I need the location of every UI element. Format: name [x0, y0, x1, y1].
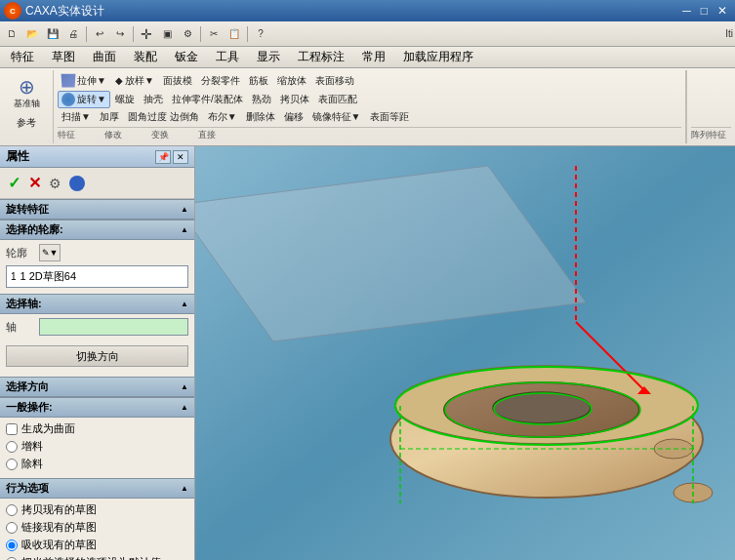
title-bar-left: C CAXA实体设计 [4, 2, 104, 20]
copy-sketch-radio[interactable] [6, 504, 18, 516]
open-file-btn[interactable]: 📂 [22, 24, 42, 44]
undo-btn[interactable]: ↩ [90, 24, 109, 44]
add-material-radio[interactable] [6, 441, 18, 453]
new-file-btn[interactable]: 🗋 [2, 24, 21, 44]
behavior-header[interactable]: 行为选项 ▲ [0, 478, 194, 499]
surface-move-btn[interactable]: 表面移动 [311, 72, 358, 90]
menu-common[interactable]: 常用 [353, 47, 394, 67]
copy-btn[interactable]: 📋 [225, 24, 244, 44]
cut-btn[interactable]: ✂ [204, 24, 224, 44]
settings-btn[interactable]: ⚙ [178, 24, 197, 44]
add-material-row: 增料 [6, 439, 188, 454]
direction-header[interactable]: 选择方向 ▲ [0, 377, 194, 397]
menu-feature[interactable]: 特征 [2, 47, 43, 67]
loft-btn[interactable]: ◆ 放样▼ [111, 72, 158, 90]
split-btn[interactable]: 分裂零件 [197, 72, 244, 90]
menu-assembly[interactable]: 装配 [125, 47, 166, 67]
general-ops-header[interactable]: 一般操作: ▲ [0, 397, 194, 418]
rib-btn[interactable]: 筋板 [245, 72, 272, 90]
soften-label: 熟劲 [252, 94, 271, 105]
menu-engineering[interactable]: 工程标注 [289, 47, 353, 67]
close-btn[interactable]: ✕ [714, 4, 731, 18]
copy-body-label: 拷贝体 [280, 94, 309, 105]
panel-action-bar: ✓ ✕ ⚙ [0, 168, 194, 199]
offset-btn[interactable]: 偏移 [280, 109, 307, 125]
surface-match-btn[interactable]: 表面匹配 [314, 91, 361, 108]
cancel-btn[interactable]: ✕ [26, 172, 43, 194]
menu-surface[interactable]: 曲面 [84, 47, 125, 67]
menu-display[interactable]: 显示 [248, 47, 289, 67]
select-btn[interactable]: ✛ [137, 24, 156, 44]
menu-sketch[interactable]: 草图 [43, 47, 84, 67]
surface-checkbox[interactable] [6, 423, 18, 435]
panel-close-btn[interactable]: ✕ [173, 150, 188, 164]
absorb-sketch-row: 吸收现有的草图 [6, 538, 188, 552]
axis-header[interactable]: 选择轴: ▲ [0, 294, 194, 314]
thicken-btn[interactable]: 加厚 [96, 109, 123, 125]
menu-addons[interactable]: 加载应用程序 [394, 47, 482, 67]
revolve-btn[interactable]: 旋转▼ [58, 91, 110, 108]
sweep-label: 扫描▼ [61, 111, 91, 123]
stretch-btn[interactable]: 拉伸零件/装配体 [168, 91, 247, 108]
profile-header[interactable]: 选择的轮廓: ▲ [0, 220, 194, 240]
remove-material-radio[interactable] [6, 459, 18, 470]
boolean-btn[interactable]: 布尔▼ [204, 109, 241, 125]
extrude-btn[interactable]: 拉伸▼ [58, 72, 110, 90]
fillet-btn[interactable]: 圆角过度 边倒角 [124, 109, 203, 125]
axis-horizontal-red [576, 322, 644, 390]
gear-btn[interactable]: ⚙ [47, 174, 63, 193]
title-bar-controls[interactable]: ─ □ ✕ [678, 4, 731, 18]
profile-dropdown-btn[interactable]: ✎▼ [39, 244, 61, 261]
array-feature-group: 阵列特征 [686, 70, 735, 143]
base-axis-btn[interactable]: ⊕ 基准轴 [4, 72, 49, 112]
minimize-btn[interactable]: ─ [678, 4, 695, 18]
maximize-btn[interactable]: □ [697, 4, 712, 18]
menu-sheetmetal[interactable]: 钣金 [166, 47, 207, 67]
link-sketch-row: 链接现有的草图 [6, 520, 188, 535]
menu-tools[interactable]: 工具 [207, 47, 248, 67]
delete-body-btn[interactable]: 删除体 [242, 109, 279, 125]
sweep-btn[interactable]: 扫描▼ [58, 109, 95, 125]
default-setting-radio[interactable] [6, 557, 18, 561]
transform-group-label: 变换 [151, 129, 169, 141]
confirm-btn[interactable]: ✓ [6, 172, 22, 194]
extrude-icon [61, 74, 76, 88]
box-select-btn[interactable]: ▣ [157, 24, 177, 44]
copy-body-btn[interactable]: 拷贝体 [276, 91, 313, 108]
viewport[interactable] [195, 146, 735, 560]
help-btn[interactable]: ? [251, 24, 270, 44]
soften-btn[interactable]: 熟劲 [248, 91, 275, 108]
shell-btn[interactable]: 抽壳 [140, 91, 167, 108]
innermost-ellipse [493, 392, 591, 423]
ribbon-toolbar: ⊕ 基准轴 参考 拉伸▼ ◆ 放样▼ 面拔模 [0, 68, 735, 146]
add-material-label: 增料 [21, 439, 43, 454]
scale-part-btn[interactable]: 缩放体 [273, 72, 310, 90]
green-outline-outer [395, 367, 698, 445]
app-logo: C [4, 2, 21, 20]
fillet-label: 圆角过度 边倒角 [128, 111, 199, 123]
axis-input[interactable] [39, 318, 188, 336]
print-btn[interactable]: 🖨 [63, 24, 83, 44]
link-sketch-radio[interactable] [6, 522, 18, 534]
mirror-label: 镜像特征▼ [312, 111, 361, 123]
redo-btn[interactable]: ↪ [110, 24, 130, 44]
profile-field-row: 轮廓 ✎▼ [6, 244, 188, 261]
revolve-feature-header[interactable]: 旋转特征 ▲ [0, 199, 194, 220]
profile-input-group: ✎▼ [39, 244, 188, 261]
surface-offset-btn[interactable]: 表面等距 [366, 109, 413, 125]
helix-btn[interactable]: 螺旋 [111, 91, 139, 108]
reference-btn[interactable]: 参考 [4, 114, 49, 132]
switch-direction-btn[interactable]: 切换方向 [6, 345, 188, 367]
direction-arrow: ▲ [181, 382, 188, 391]
save-btn[interactable]: 💾 [43, 24, 62, 44]
draft-btn[interactable]: 面拔模 [159, 72, 196, 90]
absorb-sketch-radio[interactable] [6, 540, 18, 551]
axis-content: 轴 切换方向 [0, 314, 194, 377]
absorb-sketch-label: 吸收现有的草图 [21, 538, 97, 552]
revolve-arrow: ▲ [181, 205, 188, 214]
panel-pin-btn[interactable]: 📌 [155, 150, 171, 164]
profile-title: 选择的轮廓: [6, 222, 63, 237]
mirror-btn[interactable]: 镜像特征▼ [308, 109, 365, 125]
green-outline-inner [445, 382, 640, 437]
dot-btn[interactable] [67, 174, 87, 193]
